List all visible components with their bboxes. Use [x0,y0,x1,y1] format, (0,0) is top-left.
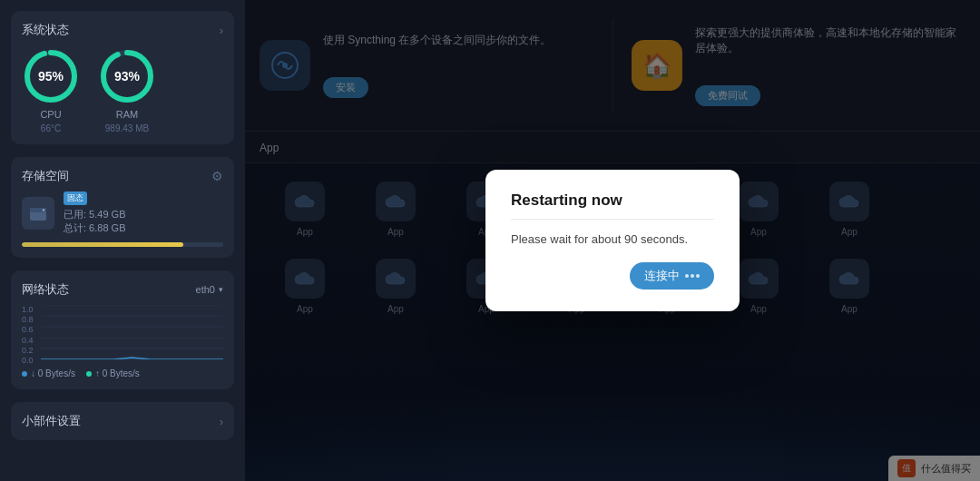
storage-title: 存储空间 [22,168,69,184]
system-status-card: 系统状态 › 95% CPU 66°C [11,11,234,144]
ram-value: 93% [114,69,140,83]
gear-icon[interactable]: ⚙ [211,169,223,183]
svg-point-6 [43,209,44,211]
main-content: 使用 Syncthing 在多个设备之间同步你的文件。 安装 🏠 探索更强大的提… [245,0,980,481]
storage-header: 存储空间 ⚙ [22,168,223,184]
legend-upload: ↑ 0 Bytes/s [86,368,140,378]
connecting-label: 连接中 [644,268,680,284]
upload-dot [86,371,92,377]
cpu-temp: 66°C [41,123,61,133]
y-labels: 1.0 0.8 0.6 0.4 0.2 0.0 [22,305,34,365]
cpu-gauge-item: 95% CPU 66°C [22,47,80,133]
main-layout: 系统状态 › 95% CPU 66°C [0,0,980,481]
connecting-button[interactable]: 连接中 [630,262,714,290]
dot-3 [696,274,700,278]
download-dot [22,371,27,377]
network-chart [41,305,223,359]
cpu-label: CPU [40,109,61,120]
network-header: 网络状态 eth0 ▾ [22,281,223,298]
ram-gauge-item: 93% RAM 989.43 MB [98,47,156,133]
restart-modal: Restarting now Please wait for about 90 … [485,170,740,312]
ram-gauge: 93% [98,47,156,105]
storage-badge: 固态 [64,191,87,205]
chevron-down-icon: ▾ [219,285,223,294]
system-status-header: 系统状态 › [22,22,223,38]
modal-body: Please wait for about 90 seconds. [511,231,714,249]
upload-speed: ↑ 0 Bytes/s [95,368,140,378]
network-title: 网络状态 [22,281,69,298]
cpu-value: 95% [38,69,64,83]
storage-total: 总计: 6.88 GB [64,221,125,235]
storage-bar-fill [22,242,183,247]
ram-label: RAM [116,109,138,120]
storage-body: 固态 已用: 5.49 GB 总计: 6.88 GB [22,191,223,235]
modal-overlay: Restarting now Please wait for about 90 … [245,0,980,481]
system-status-arrow: › [220,24,223,37]
modal-title: Restarting now [511,191,714,220]
modal-footer: 连接中 [511,262,714,290]
network-chart-wrapper: 1.0 0.8 0.6 0.4 0.2 0.0 [22,305,223,365]
download-speed: ↓ 0 Bytes/s [31,368,75,378]
loading-dots [685,274,700,278]
storage-used: 已用: 5.49 GB [64,208,125,221]
storage-bar [22,242,223,247]
disk-icon [22,197,54,230]
network-card: 网络状态 eth0 ▾ 1.0 0.8 0.6 0.4 0.2 0.0 [11,270,234,389]
network-legend: ↓ 0 Bytes/s ↑ 0 Bytes/s [22,368,223,378]
storage-card: 存储空间 ⚙ 固态 已用: 5.49 GB 总计: 6.88 GB [11,157,234,258]
storage-info: 固态 已用: 5.49 GB 总计: 6.88 GB [64,191,125,235]
widget-settings-card[interactable]: 小部件设置 › [11,402,234,440]
cpu-gauge: 95% [22,47,80,105]
sidebar: 系统状态 › 95% CPU 66°C [0,0,245,481]
legend-download: ↓ 0 Bytes/s [22,368,75,378]
dot-1 [685,274,689,278]
dot-2 [691,274,694,278]
system-status-title: 系统状态 [22,22,69,38]
gauges-row: 95% CPU 66°C 93% RAM 989.43 MB [22,47,223,133]
widget-settings-arrow: › [220,415,223,428]
network-interface: eth0 ▾ [196,284,223,295]
ram-usage: 989.43 MB [105,123,149,133]
widget-settings-title: 小部件设置 [22,413,81,429]
